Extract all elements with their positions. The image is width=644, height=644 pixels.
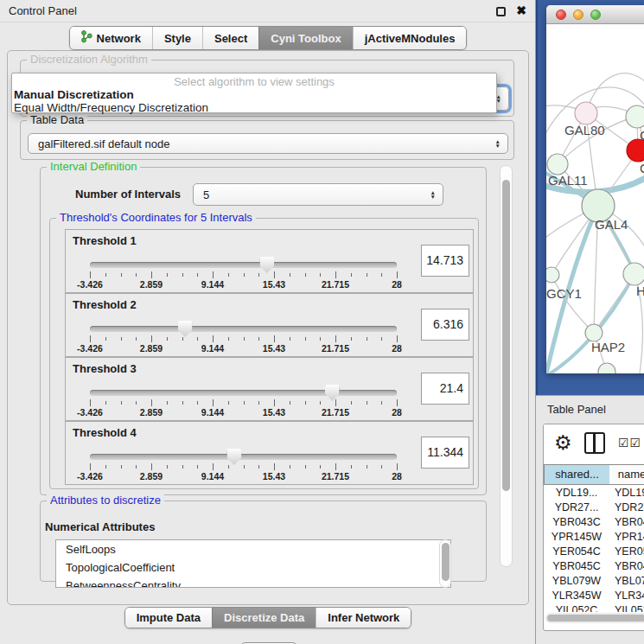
tick-mark [121,465,122,469]
table-row[interactable]: YIL052CYIL052C [544,603,644,612]
attributes-listbox[interactable]: SelfLoopsTopologicalCoefficientBetweenne… [55,539,451,588]
network-window-titlebar[interactable] [546,5,644,24]
network-node[interactable] [575,102,597,124]
tab-network[interactable]: Network [70,27,152,49]
threshold-value-field[interactable]: 11.344 [421,437,469,469]
threshold-value-field[interactable]: 6.316 [421,309,469,341]
network-node-label: GAL80 [564,123,605,137]
panel-title: Control Panel [9,4,77,17]
network-node-label: GAL4 [595,217,628,232]
float-window-icon[interactable] [496,7,506,16]
checkbox-icons[interactable]: ☑☑ [618,436,641,450]
table-data-group: Table Data galFiltered.sif default node … [20,120,514,160]
popup-item[interactable]: Manual Discretization [12,88,496,101]
scrollbar-thumb[interactable] [502,180,510,491]
tick-mark [335,271,336,278]
popup-item[interactable]: Equal Width/Frequency Discretization [12,101,496,114]
table-row[interactable]: YBR045CYBR045C [544,559,644,574]
table-cell: YPR145W [544,530,609,545]
tick-mark [397,463,398,470]
tab-cyni-toolbox[interactable]: Cyni Toolbox [258,27,352,49]
tab-impute-data[interactable]: Impute Data [125,608,212,628]
slider-tick-labels: -3.4262.8599.14415.4321.71528 [90,343,397,354]
tab-select[interactable]: Select [202,27,258,49]
bottom-tab-bar: Impute DataDiscretize DataInfer Network [0,607,536,628]
attribute-list-item[interactable]: BetweennessCentrality [56,577,450,588]
tick-mark [182,337,183,341]
attributes-scrollbar[interactable] [439,539,451,588]
tab-jactivemnodules[interactable]: jActiveMNodules [353,27,467,49]
threshold-label: Threshold 2 [73,298,137,311]
table-row[interactable]: YBR043CYBR043C [544,515,644,530]
network-view[interactable]: GAL80GCGAL11GAL4GCY1HHAP2 [546,24,644,373]
slider-track[interactable] [90,326,397,332]
minimize-traffic-light-icon[interactable] [573,10,583,20]
network-node[interactable] [598,363,615,373]
attribute-list-item[interactable]: SelfLoops [56,540,450,558]
tick-mark [228,337,229,341]
tab-infer-network[interactable]: Infer Network [316,608,411,628]
threshold-slider[interactable]: -3.4262.8599.14415.4321.71528 [90,448,397,482]
cyni-toolbox-content: Discretization Algorithm ▲▼ Table Data g… [7,50,529,605]
tick-mark [381,465,382,469]
table-rows: YDL19...YDL19...YDR27...YDR27...YBR043CY… [544,486,644,612]
tick-mark [136,465,137,469]
tick-mark [320,273,321,277]
close-traffic-light-icon[interactable] [556,10,566,20]
tick-mark [274,463,275,470]
table-row[interactable]: YBL079WYBL079W [544,574,644,589]
network-node[interactable] [585,324,603,341]
app-root: Control Panel ✖ NetworkStyleSelectCyni T… [0,0,644,644]
table-row[interactable]: YLR345WYLR345W [544,589,644,603]
threshold-value-field[interactable]: 21.4 [421,373,469,405]
tick-mark [335,399,336,406]
table-column-header[interactable]: shared... [544,464,609,485]
attribute-list-item[interactable]: TopologicalCoefficient [56,558,450,577]
table-cell: YBR045C [609,559,644,574]
slider-track[interactable] [90,390,397,396]
tab-discretize-data[interactable]: Discretize Data [212,608,316,628]
table-horizontal-scrollbar[interactable] [545,613,644,623]
threshold-slider[interactable]: -3.4262.8599.14415.4321.71528 [90,256,397,290]
slider-track[interactable] [90,454,397,460]
table-row[interactable]: YER054CYER054C [544,545,644,559]
gear-icon[interactable]: ⚙ [554,431,572,455]
network-node[interactable] [623,263,644,285]
threshold-slider[interactable]: -3.4262.8599.14415.4321.71528 [90,384,397,418]
table-cell: YPR145W [609,530,644,545]
tick-mark [228,465,229,469]
tab-style[interactable]: Style [152,27,202,49]
tab-label: Select [214,32,247,45]
table-cell: YBL079W [609,574,644,589]
threshold-value-field[interactable]: 14.713 [421,245,469,277]
table-cell: YDR27... [544,501,609,515]
tick-mark [274,271,275,278]
table-column-header[interactable]: name [609,464,644,485]
network-node[interactable] [626,105,644,128]
threshold-slider[interactable]: -3.4262.8599.14415.4321.71528 [90,320,397,354]
tick-mark [274,399,275,406]
num-intervals-combobox[interactable]: 5 ▲▼ [193,183,443,206]
scrollbar-thumb[interactable] [442,543,450,581]
scrollbar-thumb[interactable] [547,615,644,622]
tick-mark [136,273,137,277]
tick-mark [397,271,398,278]
slider-track[interactable] [90,262,397,268]
slider-ticks [90,335,397,342]
group-title: Threshold's Coordinates for 5 Intervals [56,211,256,224]
table-data-combobox[interactable]: galFiltered.sif default node ▲▼ [28,133,508,154]
table-row[interactable]: YDR27...YDR27... [544,501,644,515]
tick-mark [258,401,259,405]
threshold-panel-3: Threshold 3-3.4262.8599.14415.4321.71528… [65,357,474,421]
close-icon[interactable]: ✖ [516,3,526,17]
panel-scrollbar[interactable] [500,165,513,567]
tick-mark [258,273,259,277]
zoom-traffic-light-icon[interactable] [590,10,601,20]
interval-definition-group: Interval Definition Number of Intervals … [40,167,487,495]
split-table-icon[interactable] [584,432,605,454]
network-node[interactable] [546,267,559,283]
tick-label: -3.426 [77,343,103,354]
table-row[interactable]: YPR145WYPR145W [544,530,644,545]
network-node[interactable] [547,154,568,175]
table-row[interactable]: YDL19...YDL19... [544,486,644,501]
